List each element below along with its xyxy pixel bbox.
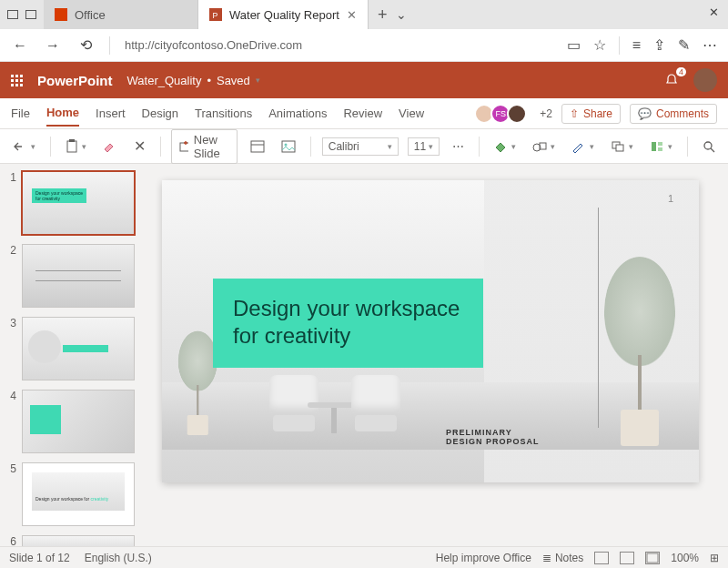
sorter-view-button[interactable] (620, 552, 634, 564)
account-avatar[interactable] (693, 68, 717, 92)
ribbon-tab-home[interactable]: Home (46, 100, 79, 127)
more-icon[interactable]: ⋯ (703, 36, 717, 54)
ribbon-tab-animations[interactable]: Animations (268, 101, 327, 126)
shape-styles-button[interactable]: ▾ (568, 137, 598, 156)
help-improve-link[interactable]: Help improve Office (436, 552, 531, 564)
more-font-button[interactable]: ⋯ (449, 137, 468, 156)
presence-avatar[interactable] (507, 104, 527, 124)
slide-thumbnail[interactable] (22, 535, 135, 546)
font-size-select[interactable]: 11▾ (408, 137, 440, 156)
office-icon (55, 8, 67, 21)
chevron-down-icon: ▾ (551, 142, 555, 151)
zoom-level[interactable]: 100% (671, 552, 699, 564)
slide-thumbnails-panel[interactable]: 1 Design your workspacefor creativity 2 … (0, 164, 144, 546)
ribbon-tab-design[interactable]: Design (142, 101, 178, 126)
svg-rect-13 (616, 145, 623, 151)
picture-icon (281, 140, 296, 153)
document-name: Water_Quality (127, 74, 202, 87)
new-slide-label: New Slide (194, 133, 229, 160)
new-tab-button[interactable]: + (378, 5, 388, 25)
ribbon-tab-view[interactable]: View (399, 101, 424, 126)
separator (50, 137, 51, 157)
thumb-number: 3 (5, 317, 16, 380)
ribbon-tab-transitions[interactable]: Transitions (195, 101, 252, 126)
svg-line-18 (711, 148, 714, 152)
notification-badge: 4 (676, 67, 686, 76)
web-note-icon[interactable]: ✎ (678, 36, 690, 54)
hub-icon[interactable]: ≡ (632, 37, 641, 54)
format-painter-button[interactable] (99, 137, 121, 156)
thumb-number: 5 (5, 462, 16, 526)
forward-button[interactable]: → (44, 37, 62, 54)
slide-title-box[interactable]: Design your workspacefor creativity (213, 279, 483, 368)
presence-more[interactable]: +2 (540, 107, 552, 120)
separator (687, 137, 688, 157)
ribbon-tab-review[interactable]: Review (343, 101, 382, 126)
layout-button[interactable] (247, 137, 268, 156)
browser-tab-office[interactable]: Office (44, 0, 198, 29)
notes-button[interactable]: ≣Notes (542, 552, 583, 564)
ribbon-tab-insert[interactable]: Insert (96, 101, 126, 126)
browser-tab-report[interactable]: P Water Quality Report ✕ (198, 0, 369, 29)
arrange-button[interactable]: ▾ (607, 137, 637, 156)
share-button[interactable]: ⇧ Share (561, 104, 621, 124)
ribbon-tab-file[interactable]: File (11, 101, 30, 126)
picture-button[interactable] (278, 137, 299, 156)
slide-thumbnail[interactable] (22, 317, 135, 380)
svg-text:P: P (213, 11, 218, 20)
delete-button[interactable]: ✕ (130, 135, 149, 157)
url-field[interactable]: http://cityofcontoso.OneDrive.com (125, 38, 552, 52)
pen-icon (571, 140, 586, 153)
thumb-number: 1 (5, 171, 16, 235)
plant-graphic (608, 264, 672, 446)
thumb-number: 2 (5, 244, 16, 308)
slide-thumbnail[interactable] (22, 390, 135, 453)
font-family-select[interactable]: Calibri▾ (322, 137, 399, 156)
window-close-icon[interactable]: ✕ (709, 5, 719, 19)
paste-button[interactable]: ▾ (62, 137, 90, 157)
slide-canvas[interactable]: 1 Design your workspacefor creativity PR… (162, 180, 699, 482)
shape-outline-button[interactable]: ▾ (529, 137, 559, 156)
designer-button[interactable]: ▾ (646, 137, 676, 156)
chevron-down-icon: ▾ (256, 76, 260, 85)
shape-fill-button[interactable]: ▾ (490, 137, 520, 156)
tab-menu-chevron-icon[interactable]: ⌄ (396, 7, 407, 22)
close-tab-icon[interactable]: ✕ (347, 8, 357, 22)
slide-subtitle-box[interactable]: PRELIMINARY DESIGN PROPOSAL (446, 428, 540, 446)
wall-edge (598, 208, 599, 428)
window-overlap-icon[interactable] (7, 10, 18, 19)
workspace: 1 Design your workspacefor creativity 2 … (0, 164, 728, 546)
title-line1: Design your workspace (233, 296, 460, 320)
slide-thumbnail[interactable] (22, 244, 135, 308)
separator (619, 36, 620, 55)
back-button[interactable]: ← (11, 37, 29, 54)
undo-button[interactable]: ▾ (9, 137, 39, 156)
slide-thumbnail[interactable]: Design your workspacefor creativity (22, 171, 135, 235)
separator (160, 137, 161, 157)
normal-view-button[interactable] (594, 552, 609, 564)
language-status[interactable]: English (U.S.) (85, 552, 152, 564)
thumb-number: 6 (5, 535, 16, 546)
home-toolbar: ▾ ▾ ✕ New Slide Calibri▾ 11▾ ⋯ ▾ ▾ ▾ ▾ ▾ (0, 129, 728, 164)
slide-canvas-area[interactable]: 1 Design your workspacefor creativity PR… (144, 164, 728, 546)
app-launcher-icon[interactable] (11, 75, 23, 86)
presence-avatars[interactable]: FS (478, 104, 527, 124)
slide-counter[interactable]: Slide 1 of 12 (9, 552, 70, 564)
fit-to-window-button[interactable]: ⊞ (710, 552, 719, 564)
new-slide-button[interactable]: New Slide (171, 129, 238, 164)
notifications-button[interactable]: 4 (664, 73, 679, 87)
refresh-button[interactable]: ⟲ (76, 36, 95, 54)
subtitle-line2: DESIGN PROPOSAL (446, 437, 540, 446)
favorite-icon[interactable]: ☆ (593, 36, 606, 54)
search-button[interactable] (699, 137, 719, 156)
comments-button[interactable]: 💬 Comments (630, 104, 717, 124)
window-stack-icon[interactable] (25, 10, 36, 19)
slide-thumbnail[interactable]: Design your workspace for creativity (22, 462, 135, 526)
browser-tab-strip: Office P Water Quality Report ✕ + ⌄ ✕ (0, 0, 728, 29)
reading-view-button[interactable] (645, 552, 660, 564)
font-size-value: 11 (414, 140, 426, 153)
plant-graphic (180, 335, 216, 435)
reading-view-icon[interactable]: ▭ (567, 36, 581, 54)
document-name-control[interactable]: Water_Quality • Saved ▾ (127, 74, 260, 87)
share-page-icon[interactable]: ⇪ (653, 36, 665, 54)
